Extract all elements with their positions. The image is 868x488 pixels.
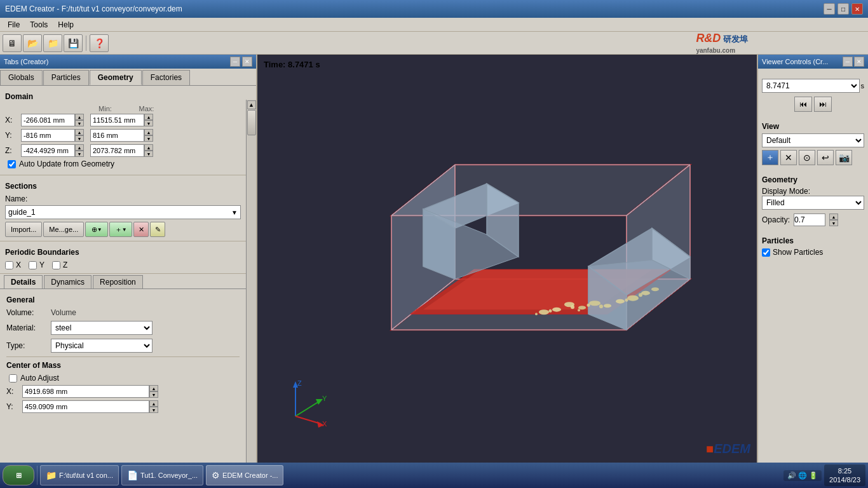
taskbar-icon-2: ⚙ bbox=[212, 470, 220, 480]
import-button[interactable]: Import... bbox=[5, 222, 42, 237]
com-x-down[interactable]: ▼ bbox=[149, 391, 158, 398]
domain-x-min-up[interactable]: ▲ bbox=[75, 114, 84, 120]
domain-x-max-input[interactable] bbox=[90, 114, 144, 126]
domain-y-min-down[interactable]: ▼ bbox=[75, 135, 84, 142]
open-file-button[interactable]: 📁 bbox=[43, 34, 62, 52]
copy-split-button[interactable]: ⊕ ▼ bbox=[85, 222, 108, 237]
right-panel-title-bar: Viewer Controls (Cr... ─ ✕ bbox=[758, 55, 868, 69]
open-project-button[interactable]: 📂 bbox=[23, 34, 42, 52]
sub-tab-reposition[interactable]: Reposition bbox=[93, 275, 143, 288]
domain-y-min-input[interactable] bbox=[21, 129, 75, 142]
tab-factories[interactable]: Factories bbox=[142, 70, 190, 85]
auto-adjust-label: Auto Adjust bbox=[20, 374, 59, 383]
section-dropdown[interactable]: guide_1 ▼ bbox=[5, 205, 241, 219]
delete-button[interactable]: ✕ bbox=[133, 222, 149, 237]
time-select[interactable]: 8.7471 bbox=[762, 79, 860, 93]
panel-title-controls: ─ ✕ bbox=[230, 57, 252, 67]
domain-y-max-down[interactable]: ▼ bbox=[144, 135, 153, 142]
auto-update-checkbox[interactable] bbox=[8, 160, 16, 168]
sub-tab-details[interactable]: Details bbox=[4, 275, 43, 288]
view-reset-button[interactable]: ↩ bbox=[817, 150, 834, 165]
com-y-up[interactable]: ▲ bbox=[149, 400, 158, 407]
add-split-button[interactable]: ＋ ▼ bbox=[109, 222, 132, 237]
opacity-input[interactable] bbox=[794, 214, 825, 226]
panel-minimize-button[interactable]: ─ bbox=[230, 57, 240, 67]
taskbar-item-0[interactable]: 📁 F:\tut\tut v1 con... bbox=[40, 465, 119, 485]
domain-y-max-input[interactable] bbox=[90, 129, 144, 142]
tab-geometry[interactable]: Geometry bbox=[90, 70, 142, 85]
merge-button[interactable]: Me...ge... bbox=[43, 222, 84, 237]
domain-x-max-input-group: ▲ ▼ bbox=[90, 114, 153, 126]
auto-adjust-checkbox[interactable] bbox=[9, 374, 17, 383]
material-select[interactable]: steel bbox=[51, 321, 153, 335]
opacity-down[interactable]: ▼ bbox=[829, 220, 838, 226]
scroll-up-button[interactable]: ▲ bbox=[247, 100, 256, 109]
save-button[interactable]: 💾 bbox=[64, 34, 83, 52]
view-add-button[interactable]: ＋ bbox=[762, 150, 778, 165]
panel-close-button[interactable]: ✕ bbox=[242, 57, 252, 67]
tab-particles[interactable]: Particles bbox=[43, 70, 89, 85]
domain-y-min-up[interactable]: ▲ bbox=[75, 129, 84, 135]
com-x-up[interactable]: ▲ bbox=[149, 385, 158, 391]
scrollbar[interactable]: ▲ bbox=[246, 100, 256, 463]
domain-z-min-input[interactable] bbox=[21, 144, 75, 157]
show-particles-checkbox[interactable] bbox=[762, 248, 770, 257]
domain-z-min-down[interactable]: ▼ bbox=[75, 151, 84, 157]
material-row: Material: steel bbox=[6, 321, 240, 335]
pb-y-checkbox[interactable] bbox=[29, 261, 37, 269]
com-y-down[interactable]: ▼ bbox=[149, 407, 158, 413]
auto-update-row: Auto Update from Geometry bbox=[5, 159, 241, 168]
new-button[interactable]: 🖥 bbox=[3, 34, 22, 52]
minimize-button[interactable]: ─ bbox=[824, 3, 835, 15]
help-button[interactable]: ❓ bbox=[90, 34, 109, 52]
domain-x-max-down[interactable]: ▼ bbox=[144, 120, 153, 126]
view-mode-select[interactable]: Default bbox=[762, 133, 864, 147]
pb-z-checkbox[interactable] bbox=[52, 261, 60, 269]
edit-button[interactable]: ✎ bbox=[150, 222, 165, 237]
taskbar-label-0: F:\tut\tut v1 con... bbox=[59, 471, 113, 479]
taskbar-item-2[interactable]: ⚙ EDEM Creator -... bbox=[206, 465, 283, 485]
domain-x-max-spinner: ▲ ▼ bbox=[144, 114, 153, 126]
close-button[interactable]: ✕ bbox=[851, 3, 863, 15]
periodic-boundaries-title: Periodic Boundaries bbox=[5, 248, 241, 257]
view-screenshot-button[interactable]: 📷 bbox=[836, 150, 852, 165]
domain-x-min-down[interactable]: ▼ bbox=[75, 120, 84, 126]
domain-x-max-up[interactable]: ▲ bbox=[144, 114, 153, 120]
domain-x-row: X: ▲ ▼ ▲ bbox=[5, 114, 241, 126]
domain-z-max-input[interactable] bbox=[90, 144, 144, 157]
com-x-row: X: ▲ ▼ bbox=[6, 385, 240, 398]
menu-tools[interactable]: Tools bbox=[25, 19, 53, 30]
domain-z-max-down[interactable]: ▼ bbox=[144, 151, 153, 157]
sub-tab-dynamics[interactable]: Dynamics bbox=[44, 275, 92, 288]
domain-z-max-up[interactable]: ▲ bbox=[144, 144, 153, 151]
view-camera-button[interactable]: ⊙ bbox=[799, 150, 815, 165]
domain-x-min-input[interactable] bbox=[21, 114, 75, 126]
nav-first-button[interactable]: ⏮ bbox=[794, 97, 812, 112]
domain-y-max-up[interactable]: ▲ bbox=[144, 129, 153, 135]
sys-tray-icon-2: 🌐 bbox=[798, 471, 807, 480]
taskbar-item-1[interactable]: 📄 Tut1. Conveyor_... bbox=[121, 465, 203, 485]
nav-play-button[interactable]: ⏭ bbox=[814, 97, 832, 112]
scrollbar-thumb[interactable] bbox=[247, 110, 256, 135]
com-y-input[interactable] bbox=[22, 400, 149, 413]
menu-help[interactable]: Help bbox=[53, 19, 79, 30]
right-panel-minimize[interactable]: ─ bbox=[843, 57, 853, 67]
domain-y-min-spinner: ▲ ▼ bbox=[75, 129, 84, 142]
domain-z-min-up[interactable]: ▲ bbox=[75, 144, 84, 151]
3d-viewport[interactable]: Time: 8.7471 s bbox=[257, 55, 757, 463]
com-x-input[interactable] bbox=[22, 385, 149, 398]
tab-globals[interactable]: Globals bbox=[0, 70, 43, 85]
display-mode-select[interactable]: Filled bbox=[762, 196, 864, 210]
opacity-up[interactable]: ▲ bbox=[829, 214, 838, 220]
maximize-button[interactable]: □ bbox=[837, 3, 849, 15]
start-button[interactable]: ⊞ bbox=[3, 465, 34, 485]
type-select[interactable]: Physical bbox=[51, 339, 153, 353]
right-panel-close[interactable]: ✕ bbox=[854, 57, 864, 67]
pb-x-checkbox[interactable] bbox=[5, 261, 13, 269]
domain-title: Domain bbox=[5, 92, 241, 101]
menu-file[interactable]: File bbox=[3, 19, 25, 30]
section-name-dropdown[interactable]: guide_1 ▼ bbox=[5, 205, 241, 219]
volume-row: Volume: Volume bbox=[6, 308, 240, 317]
view-delete-button[interactable]: ✕ bbox=[780, 150, 797, 165]
view-action-row: ＋ ✕ ⊙ ↩ 📷 bbox=[762, 150, 864, 165]
